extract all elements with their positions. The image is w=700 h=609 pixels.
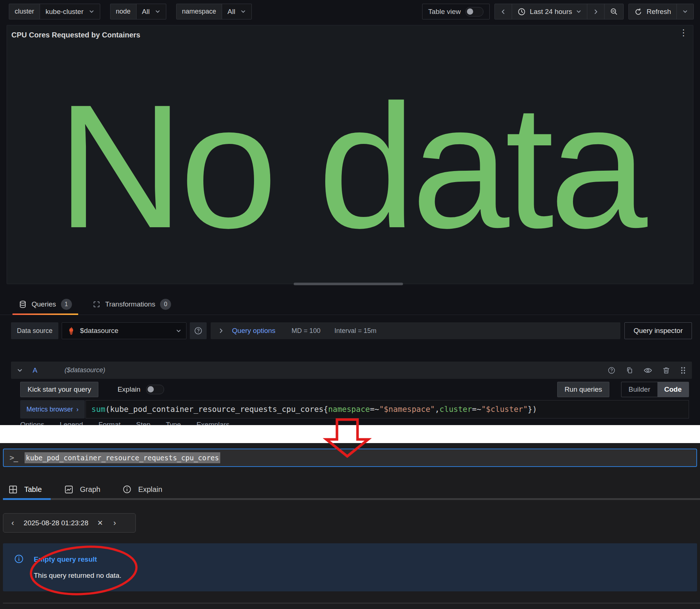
query-row-actions xyxy=(607,366,686,375)
metrics-browser-button[interactable]: Metrics browser › xyxy=(20,400,85,418)
chevron-down-icon xyxy=(682,9,688,14)
collapse-chevron-icon[interactable] xyxy=(17,367,23,373)
prometheus-expression-browser: >_ kube_pod_container_resource_requests_… xyxy=(0,443,700,609)
variable-cluster-label: cluster xyxy=(9,4,40,19)
time-shift-back-button[interactable] xyxy=(495,4,512,19)
query-toolbar-row: Kick start your query Explain Run querie… xyxy=(20,382,689,397)
variable-cluster-dropdown[interactable]: kube-cluster xyxy=(40,4,100,19)
chevron-right-icon: › xyxy=(76,406,79,413)
tab-transformations-label: Transformations xyxy=(105,300,156,308)
clear-timestamp-button[interactable]: ✕ xyxy=(97,519,103,527)
query-ref-id: A xyxy=(33,366,37,374)
screenshot-root: cluster kube-cluster node All namespace … xyxy=(0,0,700,609)
time-range-picker[interactable]: Last 24 hours xyxy=(512,4,587,19)
time-range-group: Last 24 hours xyxy=(494,4,624,19)
drag-handle-icon[interactable] xyxy=(680,366,686,374)
alert-title: Empty query result xyxy=(34,555,97,563)
visualization-panel: CPU Cores Requested by Containers ⋮ No d… xyxy=(7,25,693,284)
expression-selected-text[interactable]: kube_pod_container_resource_requests_cpu… xyxy=(25,452,220,463)
zoom-out-icon xyxy=(610,8,618,15)
promql-label-namespace: namespace xyxy=(328,405,370,414)
hide-query-eye-icon[interactable] xyxy=(643,366,652,375)
time-range-value: Last 24 hours xyxy=(530,8,572,16)
code-mode-button[interactable]: Code xyxy=(657,382,689,397)
query-toolbar-right: Run queries Builder Code xyxy=(557,382,689,397)
promql-paren: ) xyxy=(532,405,537,414)
query-datasource-hint: ($datasource) xyxy=(65,366,105,374)
transformations-count-badge: 0 xyxy=(160,299,171,310)
datasource-help-button[interactable] xyxy=(190,322,207,339)
no-data-message: No data xyxy=(7,25,693,284)
chevron-down-icon xyxy=(89,9,94,14)
previous-timestamp-button[interactable]: ‹ xyxy=(11,519,14,527)
zoom-out-time-button[interactable] xyxy=(604,4,623,19)
variable-node: node All xyxy=(110,4,166,19)
run-queries-button[interactable]: Run queries xyxy=(557,382,609,397)
refresh-interval-dropdown[interactable] xyxy=(677,4,693,19)
promql-code-input[interactable]: sum(kube_pod_container_resource_requests… xyxy=(86,400,689,418)
promql-string-namespace: "$namespace" xyxy=(379,405,435,414)
queries-count-badge: 1 xyxy=(61,299,72,310)
tab-table[interactable]: Table xyxy=(3,479,51,500)
next-timestamp-button[interactable]: › xyxy=(113,519,116,527)
explain-toggle[interactable] xyxy=(146,385,164,394)
delete-query-trash-icon[interactable] xyxy=(662,366,670,374)
evaluation-timestamp[interactable]: 2025-08-28 01:23:28 xyxy=(23,519,88,527)
query-inspector-button[interactable]: Query inspector xyxy=(624,322,692,339)
refresh-label: Refresh xyxy=(646,8,671,16)
toolbar-right-group: Table view Last 24 hours xyxy=(422,4,694,19)
clock-icon xyxy=(518,8,526,16)
promql-paren: ( xyxy=(105,405,110,414)
variable-namespace: namespace All xyxy=(176,4,252,19)
table-view-toggle[interactable] xyxy=(465,7,483,17)
prometheus-icon xyxy=(67,326,76,335)
tab-transformations[interactable]: Transformations 0 xyxy=(86,294,178,315)
datasource-label: Data source xyxy=(11,322,58,339)
grafana-panel-editor: cluster kube-cluster node All namespace … xyxy=(0,0,700,425)
promql-operator: =~ xyxy=(472,405,481,414)
graph-icon xyxy=(64,485,74,494)
alert-info-icon xyxy=(14,554,24,564)
refresh-button[interactable]: Refresh xyxy=(629,4,677,19)
alert-message: This query returned no data. xyxy=(34,572,121,580)
variable-node-value: All xyxy=(142,8,150,16)
time-shift-forward-button[interactable] xyxy=(587,4,604,19)
promql-function: sum xyxy=(91,405,105,414)
table-view-control: Table view xyxy=(422,4,490,19)
promql-string-cluster: "$cluster" xyxy=(481,405,527,414)
builder-mode-button[interactable]: Builder xyxy=(621,382,657,397)
expression-input[interactable]: >_ kube_pod_container_resource_requests_… xyxy=(3,449,697,467)
prompt-icon: >_ xyxy=(10,453,17,462)
help-icon xyxy=(194,326,203,335)
promql-label-cluster: cluster xyxy=(439,405,472,414)
section-divider xyxy=(3,603,700,603)
duplicate-query-icon[interactable] xyxy=(625,366,634,374)
variable-cluster-value: kube-cluster xyxy=(46,8,84,16)
evaluation-time-picker: ‹ 2025-08-28 01:23:28 ✕ › xyxy=(3,513,136,533)
datasource-row: Data source $datasource Query options MD… xyxy=(11,322,692,339)
database-icon xyxy=(19,300,27,308)
tab-explain[interactable]: Explain xyxy=(117,479,171,500)
chevron-right-icon xyxy=(593,9,599,15)
chevron-left-icon xyxy=(500,9,506,15)
tab-graph-label: Graph xyxy=(80,485,101,494)
query-options-bar[interactable]: Query options MD = 100 Interval = 15m xyxy=(211,322,620,339)
tab-graph[interactable]: Graph xyxy=(59,479,109,500)
datasource-picker[interactable]: $datasource xyxy=(62,322,186,339)
promql-operator: =~ xyxy=(370,405,379,414)
query-options-link[interactable]: Query options xyxy=(232,327,275,335)
variable-node-dropdown[interactable]: All xyxy=(136,4,166,19)
chevron-down-icon xyxy=(576,9,581,14)
help-icon[interactable] xyxy=(607,366,616,374)
chevron-right-small-icon xyxy=(218,328,224,334)
empty-result-alert: Empty query result This query returned n… xyxy=(3,543,697,591)
chevron-down-icon xyxy=(176,328,181,334)
pane-resize-handle[interactable] xyxy=(294,283,403,285)
variable-namespace-dropdown[interactable]: All xyxy=(222,4,251,19)
interval-value: Interval = 15m xyxy=(334,327,377,335)
refresh-group: Refresh xyxy=(628,4,694,19)
dashboard-toolbar: cluster kube-cluster node All namespace … xyxy=(9,4,694,19)
kick-start-query-button[interactable]: Kick start your query xyxy=(20,382,98,397)
tab-queries[interactable]: Queries 1 xyxy=(12,294,78,315)
query-row-header[interactable]: A ($datasource) xyxy=(11,362,692,379)
